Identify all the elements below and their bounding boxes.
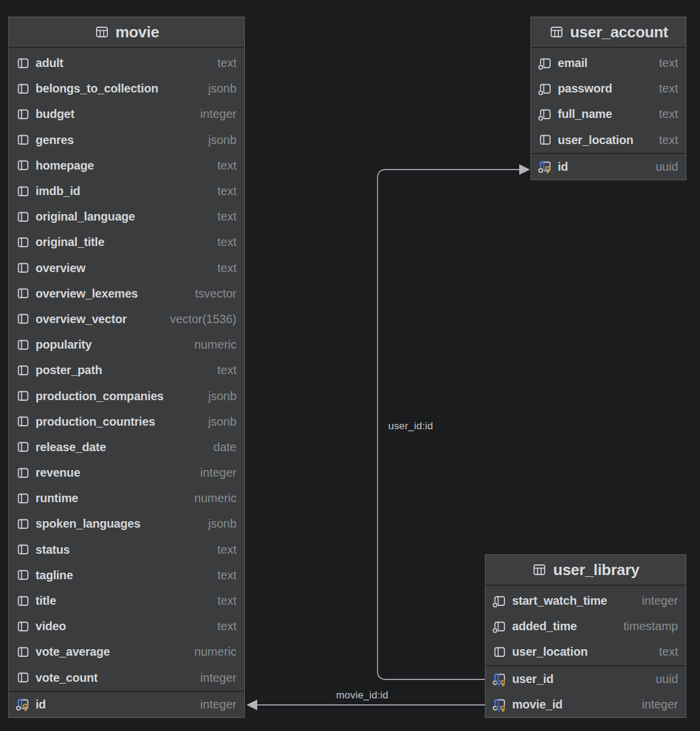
table-user-account-header[interactable]: user_account bbox=[531, 17, 686, 48]
column-row[interactable]: email text bbox=[531, 50, 686, 76]
col-icon bbox=[15, 644, 31, 660]
column-row[interactable]: production_companies jsonb bbox=[9, 383, 244, 408]
col-icon bbox=[15, 260, 31, 276]
pk-icon bbox=[538, 159, 553, 174]
column-name: genres bbox=[36, 133, 73, 147]
column-name: runtime bbox=[36, 491, 78, 505]
col-icon bbox=[15, 311, 31, 327]
column-row[interactable]: imdb_id text bbox=[9, 178, 244, 204]
column-name: email bbox=[558, 56, 587, 70]
coldot-icon bbox=[492, 593, 507, 609]
column-name: tagline bbox=[36, 569, 73, 582]
coldot-icon bbox=[538, 107, 553, 122]
col-icon bbox=[15, 107, 31, 122]
column-name: vote_average bbox=[36, 645, 110, 659]
column-row[interactable]: vote_count integer bbox=[9, 665, 244, 691]
column-type: integer bbox=[200, 698, 236, 711]
col-icon bbox=[15, 465, 31, 481]
pkfk-icon bbox=[492, 671, 507, 687]
column-row[interactable]: password text bbox=[531, 76, 686, 101]
column-type: jsonb bbox=[208, 390, 236, 403]
col-icon bbox=[538, 132, 553, 148]
col-icon bbox=[15, 516, 31, 532]
table-user-library-header[interactable]: user_library bbox=[485, 555, 686, 586]
column-row[interactable]: adult text bbox=[9, 50, 244, 76]
column-type: uuid bbox=[656, 672, 678, 686]
column-type: text bbox=[218, 261, 236, 275]
col-icon bbox=[15, 337, 31, 353]
column-type: text bbox=[218, 569, 236, 582]
column-type: jsonb bbox=[208, 517, 236, 531]
table-user-account: user_account email text password text bbox=[530, 17, 686, 180]
column-row[interactable]: release_date date bbox=[9, 435, 244, 460]
column-type: numeric bbox=[194, 491, 236, 505]
table-icon bbox=[94, 24, 110, 40]
column-type: text bbox=[218, 184, 236, 198]
column-row[interactable]: video text bbox=[9, 614, 244, 639]
column-row[interactable]: runtime numeric bbox=[9, 486, 244, 511]
column-type: text bbox=[218, 594, 236, 608]
column-row[interactable]: overview_lexemes tsvector bbox=[9, 281, 244, 307]
key-column-row[interactable]: id integer bbox=[9, 692, 244, 717]
column-row[interactable]: overview text bbox=[9, 256, 244, 281]
coldot-icon bbox=[538, 56, 553, 71]
column-name: id bbox=[558, 160, 568, 174]
col-icon bbox=[15, 286, 31, 301]
column-name: overview_vector bbox=[36, 312, 127, 326]
relation-label-movie-id: movie_id:id bbox=[336, 689, 388, 701]
column-row[interactable]: full_name text bbox=[531, 101, 686, 127]
col-icon bbox=[15, 184, 31, 199]
column-name: belongs_to_collection bbox=[36, 82, 158, 95]
column-row[interactable]: user_location text bbox=[485, 639, 686, 665]
column-row[interactable]: popularity numeric bbox=[9, 332, 244, 357]
column-name: start_watch_time bbox=[512, 594, 607, 608]
column-name: video bbox=[36, 620, 66, 633]
column-type: integer bbox=[642, 594, 678, 608]
column-type: timestamp bbox=[624, 620, 678, 633]
column-name: imdb_id bbox=[36, 184, 80, 198]
column-row[interactable]: homepage text bbox=[9, 153, 244, 178]
column-name: revenue bbox=[36, 466, 80, 480]
column-row[interactable]: status text bbox=[9, 537, 244, 563]
table-icon bbox=[549, 24, 564, 40]
column-row[interactable]: poster_path text bbox=[9, 357, 244, 383]
column-row[interactable]: genres jsonb bbox=[9, 127, 244, 153]
column-name: original_language bbox=[36, 210, 135, 224]
column-type: integer bbox=[200, 107, 236, 121]
column-name: production_countries bbox=[36, 415, 155, 429]
key-column-row[interactable]: id uuid bbox=[531, 154, 686, 180]
column-name: user_id bbox=[512, 672, 554, 686]
col-icon bbox=[15, 619, 31, 634]
key-column-row[interactable]: user_id uuid bbox=[485, 666, 686, 692]
column-type: text bbox=[659, 133, 678, 147]
table-movie-header[interactable]: movie bbox=[9, 17, 244, 48]
column-name: status bbox=[36, 543, 70, 557]
column-row[interactable]: added_time timestamp bbox=[485, 614, 686, 639]
column-name: user_location bbox=[558, 133, 633, 147]
column-row[interactable]: overview_vector vector(1536) bbox=[9, 307, 244, 332]
column-row[interactable]: original_title text bbox=[9, 229, 244, 255]
column-row[interactable]: belongs_to_collection jsonb bbox=[9, 76, 244, 101]
column-row[interactable]: user_location text bbox=[531, 127, 686, 153]
table-icon bbox=[532, 562, 547, 577]
column-row[interactable]: vote_average numeric bbox=[9, 639, 244, 665]
column-row[interactable]: original_language text bbox=[9, 204, 244, 229]
col-icon bbox=[15, 363, 31, 378]
col-icon bbox=[15, 567, 31, 583]
column-row[interactable]: tagline text bbox=[9, 563, 244, 588]
column-row[interactable]: budget integer bbox=[9, 101, 244, 127]
column-type: text bbox=[218, 620, 236, 633]
col-icon bbox=[15, 81, 31, 97]
column-name: vote_count bbox=[36, 671, 98, 685]
column-row[interactable]: revenue integer bbox=[9, 460, 244, 486]
column-row[interactable]: start_watch_time integer bbox=[485, 588, 686, 614]
table-title: user_library bbox=[553, 561, 639, 579]
column-row[interactable]: title text bbox=[9, 588, 244, 614]
table-title: user_account bbox=[570, 23, 668, 42]
column-row[interactable]: production_countries jsonb bbox=[9, 409, 244, 435]
column-type: uuid bbox=[656, 160, 678, 174]
key-column-row[interactable]: movie_id integer bbox=[485, 692, 686, 717]
column-name: budget bbox=[36, 107, 74, 121]
column-row[interactable]: spoken_languages jsonb bbox=[9, 511, 244, 537]
col-icon bbox=[15, 542, 31, 557]
